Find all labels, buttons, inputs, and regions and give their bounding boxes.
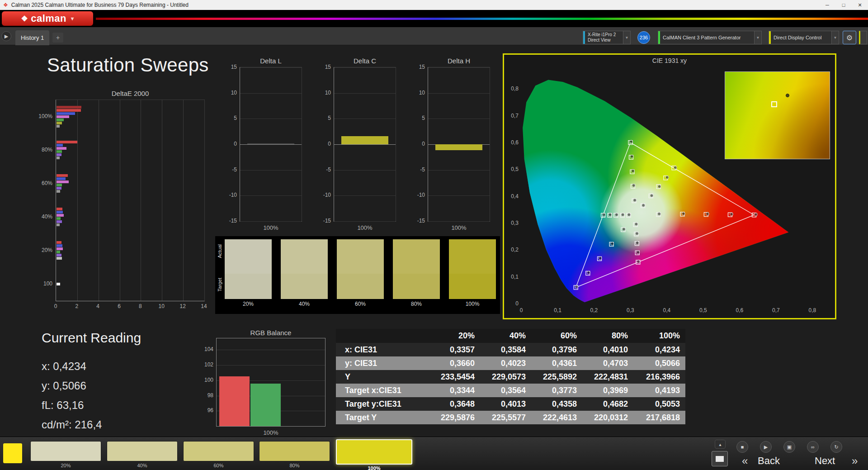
saturation-swatch-60%: 60% (337, 239, 384, 307)
svg-text:0,2: 0,2 (511, 247, 519, 253)
svg-text:0,6: 0,6 (511, 139, 519, 146)
add-tab-button[interactable]: + (52, 33, 63, 43)
swatch-label: 20% (225, 301, 272, 307)
delta-h-chart: Delta H 151050-5-10-15 100% (414, 57, 492, 237)
reading-x: x: 0,4234 (42, 360, 86, 373)
pattern-swatch-60%[interactable] (183, 441, 254, 461)
table-cell: 0,3969 (582, 384, 633, 397)
tab-history-1[interactable]: History 1 (15, 30, 49, 45)
delta-l-x-label: 100% (240, 224, 302, 231)
table-cell: 225,5892 (531, 370, 582, 384)
back-button[interactable]: Back (758, 455, 780, 467)
swatch-actual (449, 239, 496, 274)
reading-y: y: 0,5066 (42, 380, 86, 392)
deltae-bar (57, 115, 69, 118)
gear-icon[interactable]: ⚙ (843, 31, 856, 44)
gridline (428, 119, 490, 119)
y-tick-label: 0 (422, 141, 425, 147)
current-reading-title: Current Reading (42, 330, 141, 346)
reading-cdm2: cd/m²: 216,4 (42, 418, 102, 431)
pattern-swatch-40%[interactable] (107, 441, 178, 461)
stop-icon[interactable]: ■ (736, 441, 748, 453)
saturation-swatch-20%: 20% (225, 239, 272, 307)
y-tick-label: 10 (231, 90, 237, 96)
refresh-icon[interactable]: ↻ (830, 441, 842, 453)
calman-logo-menu[interactable]: ❖ calman ▾ (2, 11, 93, 26)
y-tick-label: 15 (419, 64, 425, 70)
gridline (334, 170, 396, 171)
close-button[interactable]: ✕ (852, 0, 868, 10)
next-button[interactable]: Next (815, 455, 835, 467)
deltae-bar (57, 247, 63, 250)
svg-text:0,1: 0,1 (554, 307, 561, 313)
gridline (240, 67, 302, 68)
table-cell: 0,3773 (531, 384, 582, 397)
gridline (240, 93, 302, 94)
gridline (334, 67, 396, 68)
pattern-swatch-100%[interactable] (336, 439, 412, 465)
table-row: Target Y229,5876225,5577222,4613220,0312… (336, 411, 685, 424)
table-cell: 0,3357 (429, 343, 480, 356)
swatch-target (393, 274, 440, 299)
svg-text:0,1: 0,1 (511, 274, 519, 280)
svg-text:0,8: 0,8 (511, 85, 519, 92)
delta-e-plot (56, 100, 205, 301)
table-cell: 222,4831 (582, 370, 633, 384)
gridline (183, 100, 184, 301)
play-icon[interactable]: ▶ (760, 441, 772, 453)
next-chevron-icon[interactable]: » (852, 455, 858, 467)
table-cell: 0,4010 (582, 343, 633, 356)
svg-text:0,5: 0,5 (699, 307, 707, 313)
pattern-swatch-label: 20% (30, 463, 101, 468)
gridline (77, 100, 78, 301)
cie-zoom-inset (725, 71, 830, 159)
rgb-bar-red (219, 376, 250, 426)
deltae-bar (57, 174, 68, 177)
back-chevron-icon[interactable]: « (742, 455, 748, 467)
display-icon[interactable] (712, 451, 728, 466)
meter-count-badge[interactable]: 236 (637, 31, 650, 44)
save-icon[interactable]: ▣ (783, 441, 795, 453)
rgb-y-axis: 1041021009896 (206, 338, 216, 427)
maximize-button[interactable]: □ (835, 0, 852, 10)
table-row: Target x:CIE310,33440,35640,37730,39690,… (336, 384, 685, 397)
pattern-swatch-80%[interactable] (259, 441, 330, 461)
delta-l-y-axis: 151050-5-10-15 (226, 67, 239, 222)
meter-dropdown[interactable]: X-Rite i1Pro 2 Direct View ▼ (583, 31, 631, 44)
workflow-slim-button[interactable] (859, 31, 867, 44)
swatch-target (281, 274, 328, 299)
minimize-button[interactable]: ─ (819, 0, 835, 10)
row-label: Target x:CIE31 (336, 384, 429, 397)
readings-table: 20%40%60%80%100% x: CIE310,33570,35840,3… (336, 329, 685, 424)
deltae-bar (57, 157, 60, 159)
chevron-down-icon: ▼ (754, 31, 761, 44)
deltae-bar (57, 153, 61, 156)
y-tick-label: 100 (204, 377, 213, 383)
deltae-bar (57, 180, 69, 183)
link-icon[interactable]: ∞ (807, 441, 819, 453)
pattern-generator-dropdown[interactable]: CalMAN Client 3 Pattern Generator ▼ (658, 31, 762, 44)
tab-scroll-button[interactable]: ▶ (1, 31, 11, 41)
gridline (217, 365, 325, 366)
y-tick-label: 10 (325, 90, 331, 96)
y-tick-label: 5 (234, 115, 237, 121)
deltae-bar (57, 257, 62, 260)
saturation-swatch-100%: 100% (449, 239, 496, 307)
delta_l-bar (247, 143, 294, 144)
display-control-dropdown[interactable]: Direct Display Control ▼ (769, 31, 839, 44)
svg-text:0,4: 0,4 (511, 193, 519, 199)
svg-text:0,5: 0,5 (511, 166, 519, 172)
pattern-swatch-20%[interactable] (30, 441, 101, 461)
y-tick-label: -5 (326, 166, 331, 173)
table-cell: 0,3344 (429, 384, 480, 397)
y-tick-label: -15 (417, 218, 425, 224)
window-controls: ─ □ ✕ (819, 0, 868, 10)
table-header: 40% (480, 329, 531, 343)
eject-icon[interactable]: ▴ (715, 440, 726, 449)
pattern-preview-square[interactable] (3, 443, 22, 463)
table-cell: 0,3584 (480, 343, 531, 356)
meter-name: X-Rite i1Pro 2 (588, 32, 623, 38)
deltae-bar (57, 241, 61, 244)
row-label: Target y:CIE31 (336, 397, 429, 411)
svg-text:0,7: 0,7 (772, 307, 780, 313)
